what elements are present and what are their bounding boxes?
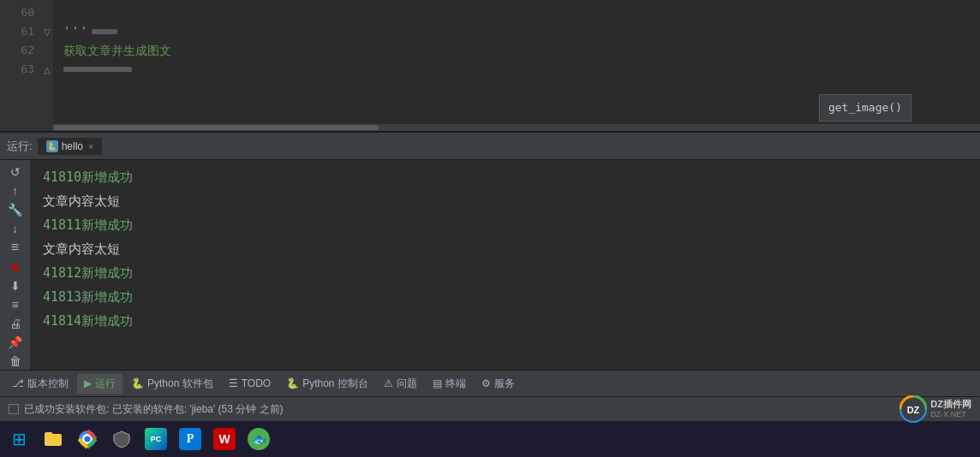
- code-line-61: ’’’: [63, 22, 970, 41]
- output-line: 文章内容太短: [43, 189, 968, 213]
- services-icon: ⚙: [481, 377, 491, 389]
- problems-btn[interactable]: ⚠ 问题: [377, 374, 424, 394]
- dz-logo-icon: DZ: [899, 395, 927, 423]
- settings-btn[interactable]: 🔧: [3, 201, 27, 218]
- sidebar-toolbar: ↺ ↑ 🔧 ↓ ≡ ■ ⬇ ≡ 🖨 📌 🗑: [0, 160, 31, 370]
- line-numbers: 60 61 62 63: [0, 0, 41, 131]
- chrome-taskbar-btn[interactable]: [72, 424, 103, 454]
- python-packages-btn[interactable]: 🐍 Python 软件包: [124, 374, 220, 394]
- status-bar: 已成功安装软件包: 已安装的软件包: 'jieba' (53 分钟 之前) DZ…: [0, 397, 980, 421]
- down-btn[interactable]: ↓: [3, 220, 27, 237]
- code-gutter: ▽ △: [41, 0, 53, 131]
- run-toolbar: 运行: 🐍 hello ×: [0, 133, 980, 160]
- up-btn[interactable]: ↑: [3, 182, 27, 199]
- word-taskbar-btn[interactable]: W: [209, 424, 240, 454]
- python-console-btn[interactable]: 🐍 Python 控制台: [279, 374, 375, 394]
- print-btn[interactable]: 🖨: [3, 315, 27, 332]
- run-tab-name: hello: [62, 140, 83, 152]
- code-line-62: 获取文章并生成图文: [63, 41, 970, 60]
- output-console[interactable]: 41810新增成功 文章内容太短 41811新增成功 文章内容太短 41812新…: [31, 160, 980, 370]
- code-content-area[interactable]: ’’’ 获取文章并生成图文 get_image(): [53, 0, 980, 131]
- file-explorer-taskbar-btn[interactable]: [38, 424, 69, 454]
- dz-logo[interactable]: DZ DZ插件网 DZ-X.NET: [899, 395, 971, 423]
- status-checkbox[interactable]: [9, 404, 19, 414]
- bottom-toolbar: ⎇ 版本控制 ▶ 运行 🐍 Python 软件包 ☰ TODO 🐍 Python…: [0, 370, 980, 397]
- run-tab-close[interactable]: ×: [88, 141, 93, 151]
- restart-btn[interactable]: ↺: [3, 163, 27, 181]
- run-icon: ▶: [84, 377, 92, 389]
- python-console-icon: 🐍: [286, 377, 299, 389]
- svg-point-4: [85, 436, 91, 442]
- list-btn[interactable]: ≡: [3, 296, 27, 313]
- pin-btn[interactable]: 📌: [3, 334, 27, 351]
- status-message: 已成功安装软件包: 已安装的软件包: 'jieba' (53 分钟 之前): [24, 402, 284, 417]
- menu-btn[interactable]: ≡: [3, 239, 27, 256]
- output-line: 文章内容太短: [43, 237, 968, 261]
- main-area: ↺ ↑ 🔧 ↓ ≡ ■ ⬇ ≡ 🖨 📌 🗑 41810新增成功 文章内容太短 4…: [0, 160, 980, 370]
- chrome-icon: [77, 429, 98, 449]
- run-btn[interactable]: ▶ 运行: [77, 374, 122, 394]
- dz-logo-text: DZ插件网: [930, 399, 971, 410]
- code-editor: 60 61 62 63 ▽ △ ’’’ 获取文章并生成图文: [0, 0, 980, 133]
- folder-icon: [43, 429, 63, 449]
- services-btn[interactable]: ⚙ 服务: [475, 374, 522, 394]
- todo-icon: ☰: [229, 377, 238, 389]
- output-line: 41811新增成功: [43, 213, 968, 237]
- output-line: 41813新增成功: [43, 285, 968, 309]
- code-line-60: [63, 3, 970, 22]
- security-taskbar-btn[interactable]: [106, 424, 137, 454]
- output-line: 41812新增成功: [43, 261, 968, 285]
- todo-btn[interactable]: ☰ TODO: [222, 375, 278, 392]
- trash-btn[interactable]: 🗑: [3, 353, 27, 370]
- code-line-63: [63, 60, 970, 79]
- python-pkg-icon: 🐍: [131, 377, 144, 389]
- hover-tooltip: get_image(): [819, 94, 911, 122]
- status-left: 已成功安装软件包: 已安装的软件包: 'jieba' (53 分钟 之前): [9, 402, 284, 417]
- taskbar: ⊞ PC: [0, 421, 980, 457]
- output-line: 41814新增成功: [43, 309, 968, 333]
- python-tab-icon: 🐍: [46, 140, 58, 152]
- stop-btn[interactable]: ■: [3, 258, 27, 275]
- run-tab[interactable]: 🐍 hello ×: [38, 138, 103, 155]
- dz-logo-sub: DZ-X.NET: [930, 410, 971, 419]
- shield-icon: [112, 430, 131, 448]
- download-btn[interactable]: ⬇: [3, 277, 27, 294]
- windows-taskbar-btn[interactable]: ⊞: [3, 424, 34, 454]
- version-control-btn[interactable]: ⎇ 版本控制: [5, 374, 75, 394]
- terminal-icon: ▤: [433, 377, 442, 389]
- problems-icon: ⚠: [384, 377, 393, 389]
- run-label: 运行:: [7, 139, 33, 154]
- pycharm-taskbar-btn[interactable]: PC: [140, 424, 171, 454]
- qq-taskbar-btn[interactable]: 🐟: [243, 424, 274, 454]
- version-control-icon: ⎇: [12, 377, 24, 389]
- p-app-taskbar-btn[interactable]: P: [175, 424, 206, 454]
- svg-text:DZ: DZ: [907, 405, 920, 415]
- terminal-btn[interactable]: ▤ 终端: [426, 374, 473, 394]
- output-line: 41810新增成功: [43, 165, 968, 189]
